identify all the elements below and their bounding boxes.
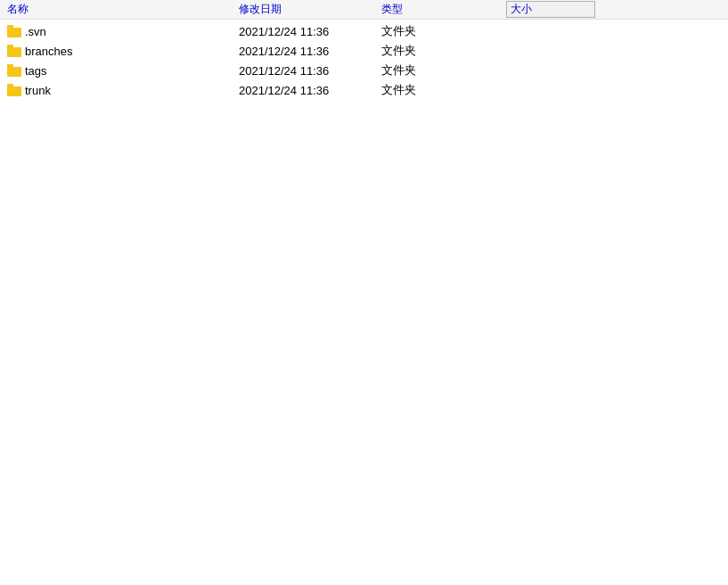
header-date[interactable]: 修改日期 <box>239 2 381 17</box>
file-name-cell: trunk <box>7 84 239 97</box>
table-row[interactable]: branches 2021/12/24 11:36 文件夹 <box>0 41 728 61</box>
folder-icon <box>7 45 21 57</box>
file-name-cell: .svn <box>7 25 239 38</box>
file-type-cell: 文件夹 <box>381 62 506 78</box>
table-row[interactable]: trunk 2021/12/24 11:36 文件夹 <box>0 80 728 100</box>
header-size[interactable]: 大小 <box>506 1 595 18</box>
file-date-cell: 2021/12/24 11:36 <box>239 84 381 97</box>
table-row[interactable]: tags 2021/12/24 11:36 文件夹 <box>0 61 728 80</box>
header-row: 名称 修改日期 类型 大小 <box>0 0 728 20</box>
folder-icon <box>7 84 21 96</box>
file-date-cell: 2021/12/24 11:36 <box>239 25 381 38</box>
main-content: .svn 2021/12/24 11:36 文件夹 branches 2021/… <box>0 20 728 102</box>
file-name-cell: tags <box>7 64 239 78</box>
header-type[interactable]: 类型 <box>381 2 506 17</box>
file-name-text: trunk <box>25 84 51 97</box>
file-name-text: branches <box>25 45 72 58</box>
file-type-cell: 文件夹 <box>381 82 506 98</box>
file-explorer: 名称 修改日期 类型 大小 .svn 2021/12/24 11:36 文件夹 … <box>0 0 728 585</box>
folder-icon <box>7 64 21 77</box>
file-type-cell: 文件夹 <box>381 23 506 39</box>
file-name-cell: branches <box>7 45 239 58</box>
table-row[interactable]: .svn 2021/12/24 11:36 文件夹 <box>0 21 728 41</box>
folder-icon <box>7 25 21 37</box>
file-name-text: tags <box>25 64 47 78</box>
file-date-cell: 2021/12/24 11:36 <box>239 64 381 78</box>
file-name-text: .svn <box>25 25 46 38</box>
file-date-cell: 2021/12/24 11:36 <box>239 45 381 58</box>
header-name[interactable]: 名称 <box>7 2 239 17</box>
file-type-cell: 文件夹 <box>381 43 506 59</box>
file-list: .svn 2021/12/24 11:36 文件夹 branches 2021/… <box>0 20 728 102</box>
